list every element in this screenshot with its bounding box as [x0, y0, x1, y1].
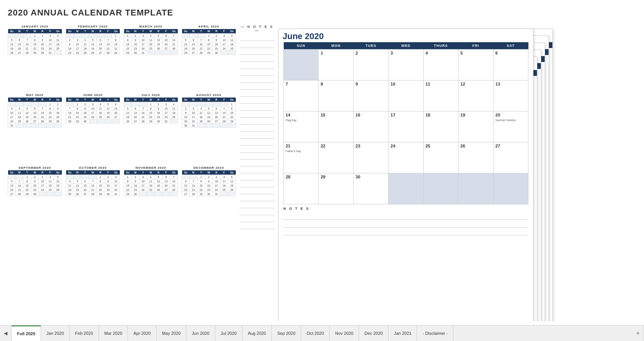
- day-cell: 8: [31, 38, 39, 42]
- mini-month-11: NOVEMBER 2020SuMTWRFSa123456789101112131…: [124, 166, 178, 229]
- note-line: [240, 173, 274, 180]
- tab-item[interactable]: Nov 2020: [330, 326, 359, 341]
- day-cell: 12: [205, 111, 213, 115]
- day-cell: 24: [89, 115, 97, 119]
- day-cell: 16: [104, 183, 112, 188]
- note-line: [240, 187, 274, 194]
- day-header: M: [73, 170, 81, 175]
- tab-item[interactable]: Sep 2020: [272, 326, 301, 341]
- day-cell: 14: [170, 179, 178, 183]
- table-row: 20212223242526: [182, 188, 236, 192]
- day-cell: [170, 119, 178, 123]
- day-cell: 3: [139, 175, 147, 179]
- day-9: 9: [353, 81, 388, 111]
- day-cell: 14: [66, 111, 74, 115]
- day-cell: 22: [197, 188, 205, 192]
- table-row: 9101112131415: [66, 42, 120, 46]
- tab-item[interactable]: Oct 2020: [301, 326, 330, 341]
- tab-item[interactable]: Jan 2020: [41, 326, 70, 341]
- day-cell: 8: [23, 179, 31, 183]
- note-line: [283, 220, 528, 228]
- day-cell: 11: [15, 111, 23, 115]
- day-cell: [15, 175, 23, 179]
- day-cell: [23, 102, 31, 106]
- day-cell: 24: [46, 46, 54, 51]
- day-cell: [89, 34, 97, 38]
- mini-month-5: MAY 2020SuMTWRFSa12345678910111213141516…: [8, 93, 62, 161]
- day-cell: [15, 123, 23, 128]
- day-header: Sa: [170, 29, 178, 34]
- add-tab-button[interactable]: +: [632, 326, 644, 341]
- day-header: F: [46, 29, 54, 34]
- note-line: [240, 194, 274, 201]
- day-cell: 18: [15, 115, 23, 119]
- day-24: 24: [388, 142, 423, 173]
- day-cell: 27: [162, 46, 170, 51]
- day-cell: 3: [162, 102, 170, 106]
- table-row: 2345678: [182, 106, 236, 111]
- day-cell: [228, 123, 236, 128]
- day-cell: 3: [189, 106, 197, 111]
- day-cell: [162, 192, 170, 196]
- tab-item[interactable]: Aug 2020: [242, 326, 272, 341]
- day-header: M: [189, 98, 197, 102]
- day-cell: 20: [182, 188, 190, 192]
- tab-item[interactable]: - Disclaimer -: [417, 326, 453, 341]
- main-area: 2020 ANNUAL CALENDAR TEMPLATE JANUARY 20…: [0, 0, 644, 325]
- day-header: M: [73, 29, 81, 34]
- day-header: W: [147, 29, 155, 34]
- table-row: 21Father's Day 22 23 24 25 26 27: [284, 142, 528, 173]
- day-cell: 20: [31, 115, 39, 119]
- day-cell: 29: [97, 192, 104, 196]
- day-cell: 26: [124, 119, 132, 123]
- day-cell: 21: [89, 188, 97, 192]
- day-header: T: [23, 170, 31, 175]
- tab-item[interactable]: May 2020: [157, 326, 186, 341]
- day-cell: 25: [228, 46, 236, 51]
- day-cell: 20: [8, 188, 16, 192]
- day-cell: 3: [8, 106, 16, 111]
- note-line: [240, 222, 274, 229]
- tab-item[interactable]: Jan 2021: [388, 326, 417, 341]
- mini-month-title: NOVEMBER 2020: [124, 166, 178, 170]
- day-cell: 14: [220, 111, 228, 115]
- day-cell: [197, 123, 205, 128]
- day-cell: 6: [131, 106, 139, 111]
- note-line: [240, 55, 274, 62]
- day-cell: 30: [81, 119, 89, 123]
- day-cell: 21: [39, 115, 46, 119]
- table-row: 1234: [124, 102, 178, 106]
- day-15: 15: [319, 111, 353, 142]
- day-cell: 3: [39, 175, 46, 179]
- day-cell: 26: [182, 51, 190, 55]
- table-row: 10111213141516: [8, 111, 62, 115]
- day-cell: 19: [155, 183, 162, 188]
- day-cell: 16: [205, 183, 213, 188]
- day-cell: [39, 102, 46, 106]
- tab-item[interactable]: Jul 2020: [215, 326, 243, 341]
- table-row: 262728293031: [124, 119, 178, 123]
- day-cell: 28: [66, 119, 74, 123]
- note-line: [240, 48, 274, 55]
- tab-item[interactable]: Jun 2020: [186, 326, 215, 341]
- mini-month-4: APRIL 2020SuMTWRFSa123456789101112131415…: [182, 25, 236, 88]
- note-line: [240, 201, 274, 208]
- day-cell: 25: [46, 188, 54, 192]
- tab-item[interactable]: Full 2020: [12, 326, 41, 341]
- day-cell: 2: [131, 34, 139, 38]
- note-line: [240, 76, 274, 83]
- day-cell: 22: [228, 115, 236, 119]
- day-cell: 9: [131, 179, 139, 183]
- annual-grid: JANUARY 2020SuMTWRFSa1234567891011121314…: [8, 25, 274, 229]
- tab-item[interactable]: Feb 2020: [70, 326, 99, 341]
- tab-item[interactable]: Apr 2020: [128, 326, 157, 341]
- tab-item[interactable]: Mar 2020: [99, 326, 128, 341]
- day-cell: 8: [73, 106, 81, 111]
- day-cell: 17: [220, 42, 228, 46]
- tab-item[interactable]: Dec 2020: [359, 326, 388, 341]
- mini-month-8: AUGUST 2020SuMTWRFSa12345678910111213141…: [182, 93, 236, 161]
- day-header: Sa: [54, 98, 62, 102]
- day-cell: [81, 34, 89, 38]
- day-cell: 19: [205, 115, 213, 119]
- tab-nav-left[interactable]: ◀: [0, 326, 12, 341]
